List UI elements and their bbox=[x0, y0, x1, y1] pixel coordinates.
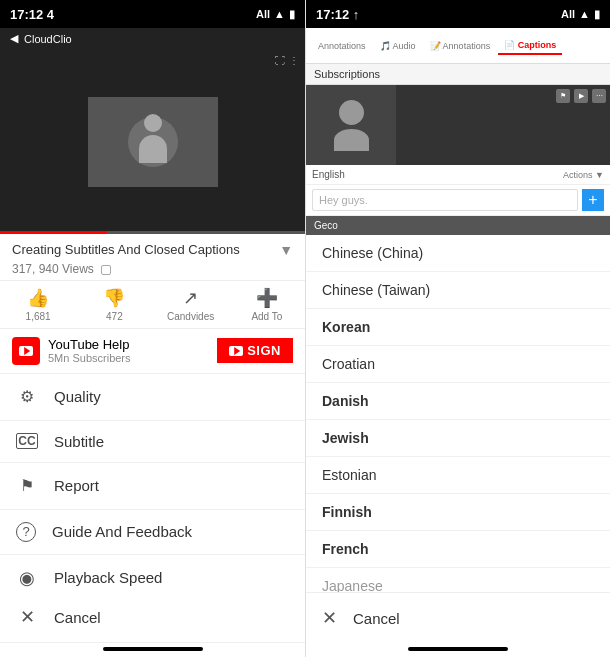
left-status-bar: 17:12 4 All ▲ ▮ bbox=[0, 0, 305, 28]
right-video-controls: ⚑ ▶ ⋯ bbox=[556, 89, 606, 103]
right-cancel-x-icon: ✕ bbox=[322, 607, 337, 629]
back-icon[interactable]: ◀ bbox=[10, 32, 18, 45]
menu-item-report[interactable]: ⚑ Report bbox=[0, 463, 305, 510]
carrier-text: All bbox=[256, 8, 270, 20]
dislike-action[interactable]: 👎 472 bbox=[76, 287, 152, 322]
tab-annotations-1[interactable]: Annotations bbox=[312, 38, 372, 54]
app-title: CloudClio bbox=[24, 33, 72, 45]
channel-logo bbox=[12, 337, 40, 365]
ctrl-icon-2[interactable]: ▶ bbox=[574, 89, 588, 103]
share-icon: ↗ bbox=[183, 287, 198, 309]
wifi-icon: ▲ bbox=[274, 8, 285, 20]
addto-icon: ➕ bbox=[256, 287, 278, 309]
right-cancel-item[interactable]: ✕ Cancel bbox=[306, 592, 610, 643]
list-item[interactable]: Finnish bbox=[306, 494, 610, 531]
tab-annotations-2[interactable]: 📝 Annotations bbox=[424, 38, 497, 54]
list-item[interactable]: French bbox=[306, 531, 610, 568]
youtube-icon bbox=[19, 346, 33, 356]
battery-icon: ▮ bbox=[289, 8, 295, 21]
ctrl-icon-3[interactable]: ⋯ bbox=[592, 89, 606, 103]
right-person-inner bbox=[334, 100, 369, 151]
right-status-bar: 17:12 ↑ All ▲ ▮ bbox=[306, 0, 610, 28]
yt-tabs: Annotations 🎵 Audio 📝 Annotations 📄 Capt… bbox=[306, 28, 610, 64]
tab-captions[interactable]: 📄 Captions bbox=[498, 37, 562, 55]
flag-icon: ⚑ bbox=[16, 475, 38, 497]
video-area[interactable]: ⛶ ⋮ bbox=[0, 49, 305, 234]
playback-label: Playback Speed bbox=[54, 569, 162, 586]
channel-info: YouTube Help 5Mn Subscribers bbox=[48, 337, 217, 364]
quality-label: Quality bbox=[54, 388, 101, 405]
list-item[interactable]: Estonian bbox=[306, 457, 610, 494]
caption-lang: English bbox=[312, 169, 345, 180]
menu-list: ⚙ Quality CC Subtitle ⚑ Report ? Guide A… bbox=[0, 374, 305, 592]
right-video-content: ⚑ ▶ ⋯ bbox=[396, 85, 610, 165]
rp-head bbox=[339, 100, 364, 125]
gear-icon: ⚙ bbox=[16, 386, 38, 408]
video-progress-bar bbox=[0, 231, 305, 234]
left-cancel-label: Cancel bbox=[54, 609, 101, 626]
like-action[interactable]: 👍 1,681 bbox=[0, 287, 76, 322]
right-person bbox=[306, 85, 396, 165]
subtitle-label: Subtitle bbox=[54, 433, 104, 450]
link-icon bbox=[101, 265, 111, 275]
tab-audio[interactable]: 🎵 Audio bbox=[374, 38, 422, 54]
caption-input-row: Hey guys. + bbox=[306, 185, 610, 216]
menu-item-playback[interactable]: ◉ Playback Speed bbox=[0, 555, 305, 592]
timing-bar: Geco bbox=[306, 216, 610, 235]
cancel-x-icon: ✕ bbox=[16, 606, 38, 628]
video-info: Creating Subtitles And Closed Captions ▼… bbox=[0, 234, 305, 281]
fullscreen-icon[interactable]: ⛶ bbox=[275, 55, 285, 66]
list-item[interactable]: Japanese bbox=[306, 568, 610, 592]
list-item[interactable]: Chinese (China) bbox=[306, 235, 610, 272]
caption-input[interactable]: Hey guys. bbox=[312, 189, 578, 211]
addto-action[interactable]: ➕ Add To bbox=[229, 287, 305, 322]
right-wifi-icon: ▲ bbox=[579, 8, 590, 20]
menu-item-feedback[interactable]: ? Guide And Feedback bbox=[0, 510, 305, 555]
video-overlay-controls: ⛶ ⋮ bbox=[275, 55, 299, 66]
person-head bbox=[144, 114, 162, 132]
left-bottom: ✕ Cancel bbox=[0, 592, 305, 657]
channel-subs: 5Mn Subscribers bbox=[48, 352, 217, 364]
ctrl-icon-1[interactable]: ⚑ bbox=[556, 89, 570, 103]
language-list: Chinese (China) Chinese (Taiwan) Korean … bbox=[306, 235, 610, 592]
right-time: 17:12 ↑ bbox=[316, 7, 359, 22]
list-item[interactable]: Danish bbox=[306, 383, 610, 420]
share-label: Candvides bbox=[167, 311, 214, 322]
like-count: 1,681 bbox=[26, 311, 51, 322]
channel-name: YouTube Help bbox=[48, 337, 217, 352]
left-home-indicator bbox=[103, 647, 203, 651]
caption-actions[interactable]: Actions ▼ bbox=[349, 170, 604, 180]
menu-item-quality[interactable]: ⚙ Quality bbox=[0, 374, 305, 421]
left-cancel-item[interactable]: ✕ Cancel bbox=[0, 592, 305, 643]
dislike-icon: 👎 bbox=[103, 287, 125, 309]
left-time: 17:12 4 bbox=[10, 7, 54, 22]
share-action[interactable]: ↗ Candvides bbox=[153, 287, 229, 322]
feedback-label: Guide And Feedback bbox=[52, 523, 192, 540]
video-title: Creating Subtitles And Closed Captions bbox=[12, 242, 240, 259]
report-label: Report bbox=[54, 477, 99, 494]
right-panel: 17:12 ↑ All ▲ ▮ Annotations 🎵 Audio 📝 An… bbox=[305, 0, 610, 657]
video-thumbnail bbox=[88, 97, 218, 187]
addto-label: Add To bbox=[251, 311, 282, 322]
list-item[interactable]: Chinese (Taiwan) bbox=[306, 272, 610, 309]
like-icon: 👍 bbox=[27, 287, 49, 309]
sign-button[interactable]: SIGN bbox=[217, 338, 293, 363]
right-bottom: ✕ Cancel bbox=[306, 592, 610, 657]
cc-icon: CC bbox=[16, 433, 38, 449]
video-progress-fill bbox=[0, 231, 107, 234]
app-title-bar: ◀ CloudClio bbox=[0, 28, 305, 49]
subs-bar: Subscriptions bbox=[306, 64, 610, 85]
right-carrier: All bbox=[561, 8, 575, 20]
menu-item-subtitle[interactable]: CC Subtitle bbox=[0, 421, 305, 463]
right-video-area[interactable]: ⚑ ▶ ⋯ bbox=[306, 85, 610, 165]
left-panel: 17:12 4 All ▲ ▮ ◀ CloudClio ⛶ ⋮ Creat bbox=[0, 0, 305, 657]
rp-body bbox=[334, 129, 369, 151]
yt-sign-icon bbox=[229, 346, 243, 356]
right-battery-icon: ▮ bbox=[594, 8, 600, 21]
list-item[interactable]: Croatian bbox=[306, 346, 610, 383]
add-caption-button[interactable]: + bbox=[582, 189, 604, 211]
menu-dots-icon[interactable]: ⋮ bbox=[289, 55, 299, 66]
expand-icon[interactable]: ▼ bbox=[279, 242, 293, 258]
list-item[interactable]: Jewish bbox=[306, 420, 610, 457]
list-item[interactable]: Korean bbox=[306, 309, 610, 346]
